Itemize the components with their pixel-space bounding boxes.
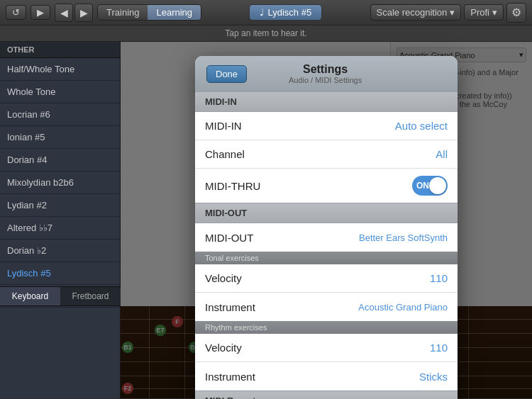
sidebar-item-halfwhole[interactable]: Half/Whole Tone bbox=[0, 58, 120, 81]
tonal-velocity-value: 110 bbox=[430, 272, 448, 284]
settings-overlay: Done Settings Audio / MIDI Settings MIDI… bbox=[121, 42, 532, 398]
tab-learning[interactable]: Learning bbox=[148, 5, 201, 20]
tonal-instrument-value: Acoustic Grand Piano bbox=[358, 302, 448, 313]
midi-thru-label: MIDI-THRU bbox=[205, 180, 412, 192]
modal-subtitle: Audio / MIDI Settings bbox=[247, 76, 404, 84]
toggle-on-label: ON bbox=[416, 181, 429, 191]
chevron-down-icon: ▾ bbox=[492, 7, 497, 18]
active-scale-button[interactable]: ♩ Lydisch #5 bbox=[249, 4, 322, 21]
rhythm-instrument-label: Instrument bbox=[205, 371, 419, 383]
midi-remote-header: MIDI Remote bbox=[195, 390, 458, 399]
scale-label: Lydisch #5 bbox=[267, 7, 311, 18]
tonal-instrument-label: Instrument bbox=[205, 301, 358, 313]
channel-row[interactable]: Channel All bbox=[195, 140, 458, 169]
level-dropdown[interactable]: Profi ▾ bbox=[464, 4, 504, 21]
sidebar: OTHER Half/Whole Tone Whole Tone Locrian… bbox=[0, 42, 121, 398]
sidebar-item-lydisch5[interactable]: Lydisch #5 bbox=[0, 262, 120, 285]
prev-button[interactable]: ◀ bbox=[55, 4, 73, 22]
tab-keyboard[interactable]: Keyboard bbox=[0, 287, 60, 305]
chevron-down-icon: ▾ bbox=[450, 7, 455, 18]
content-area: Acoustic Grand Piano ▾ C-B) ◀ Play (help… bbox=[121, 42, 532, 398]
mode-tab-group: Training Learning bbox=[97, 4, 201, 21]
main-area: OTHER Half/Whole Tone Whole Tone Locrian… bbox=[0, 42, 532, 398]
nav-buttons: ◀ ▶ bbox=[55, 4, 93, 22]
midi-out-value: Better Ears SoftSynth bbox=[359, 232, 448, 243]
midi-thru-row: MIDI-THRU ON bbox=[195, 169, 458, 203]
rhythm-card: Velocity 110 Instrument Sticks bbox=[195, 334, 458, 390]
tonal-instrument-row[interactable]: Instrument Acoustic Grand Piano bbox=[195, 293, 458, 321]
midi-out-row[interactable]: MIDI-OUT Better Ears SoftSynth bbox=[195, 223, 458, 252]
tonal-card: Velocity 110 Instrument Acoustic Grand P… bbox=[195, 264, 458, 321]
midi-in-header: MIDI-IN bbox=[195, 91, 458, 112]
modal-title: Settings bbox=[247, 63, 404, 76]
tab-fretboard[interactable]: Fretboard bbox=[60, 287, 121, 305]
rhythm-velocity-row[interactable]: Velocity 110 bbox=[195, 334, 458, 362]
channel-value: All bbox=[436, 148, 448, 160]
midi-in-row[interactable]: MIDI-IN Auto select bbox=[195, 112, 458, 140]
toggle-track[interactable]: ON bbox=[412, 176, 448, 196]
midi-out-card: MIDI-OUT Better Ears SoftSynth bbox=[195, 223, 458, 252]
toggle-knob bbox=[429, 177, 446, 194]
tab-training[interactable]: Training bbox=[98, 5, 148, 20]
midi-in-label: MIDI-IN bbox=[205, 120, 395, 132]
sidebar-tabs: Keyboard Fretboard bbox=[0, 286, 121, 306]
rhythm-instrument-value: Sticks bbox=[419, 371, 448, 383]
sidebar-item-altered[interactable]: Altered ♭♭7 bbox=[0, 217, 120, 240]
sidebar-item-wholetone[interactable]: Whole Tone bbox=[0, 81, 120, 103]
center-section: ♩ Lydisch #5 bbox=[206, 4, 365, 21]
midi-out-label: MIDI-OUT bbox=[205, 232, 359, 244]
top-bar-left: ↺ ▶ ◀ ▶ Training Learning bbox=[6, 4, 201, 22]
sidebar-item-lydian2[interactable]: Lydian #2 bbox=[0, 194, 120, 217]
modal-title-group: Settings Audio / MIDI Settings bbox=[247, 63, 404, 84]
sidebar-item-dorian4[interactable]: Dorian #4 bbox=[0, 149, 120, 172]
midi-thru-toggle[interactable]: ON bbox=[412, 176, 448, 196]
midi-out-header: MIDI-OUT bbox=[195, 203, 458, 223]
top-bar: ↺ ▶ ◀ ▶ Training Learning ♩ Lydisch #5 S… bbox=[0, 0, 532, 26]
settings-button[interactable]: ⚙ bbox=[506, 3, 526, 23]
sidebar-item-mixolydian[interactable]: Mixolydian b2b6 bbox=[0, 172, 120, 194]
channel-label: Channel bbox=[205, 148, 436, 160]
tonal-exercises-header: Tonal exercises bbox=[195, 252, 458, 264]
sidebar-item-ionian5[interactable]: Ionian #5 bbox=[0, 126, 120, 149]
sidebar-header: OTHER bbox=[0, 42, 120, 58]
rhythm-instrument-row[interactable]: Instrument Sticks bbox=[195, 362, 458, 390]
sidebar-item-dorian2[interactable]: Dorian ♭2 bbox=[0, 240, 120, 262]
midi-in-card: MIDI-IN Auto select Channel All MIDI-THR… bbox=[195, 112, 458, 203]
play-button[interactable]: ▶ bbox=[31, 5, 50, 20]
refresh-button[interactable]: ↺ bbox=[6, 5, 26, 20]
done-button[interactable]: Done bbox=[206, 65, 247, 83]
tonal-velocity-row[interactable]: Velocity 110 bbox=[195, 264, 458, 293]
rhythm-velocity-value: 110 bbox=[430, 342, 448, 354]
sidebar-item-locrian6[interactable]: Locrian #6 bbox=[0, 103, 120, 126]
subtitle-bar: Tap an item to hear it. bbox=[0, 26, 532, 42]
tonal-velocity-label: Velocity bbox=[205, 272, 430, 284]
modal-header: Done Settings Audio / MIDI Settings bbox=[195, 56, 458, 91]
scale-recognition-dropdown[interactable]: Scale recognition ▾ bbox=[370, 4, 462, 21]
next-button[interactable]: ▶ bbox=[74, 4, 93, 22]
mode-dropdown-group: Scale recognition ▾ Profi ▾ ⚙ bbox=[370, 3, 526, 23]
rhythm-exercises-header: Rhythm exercises bbox=[195, 321, 458, 334]
rhythm-velocity-label: Velocity bbox=[205, 342, 430, 354]
music-icon: ♩ bbox=[260, 7, 264, 18]
subtitle-text: Tap an item to hear it. bbox=[225, 28, 306, 38]
settings-modal: Done Settings Audio / MIDI Settings MIDI… bbox=[195, 56, 458, 399]
midi-in-value: Auto select bbox=[395, 120, 448, 132]
